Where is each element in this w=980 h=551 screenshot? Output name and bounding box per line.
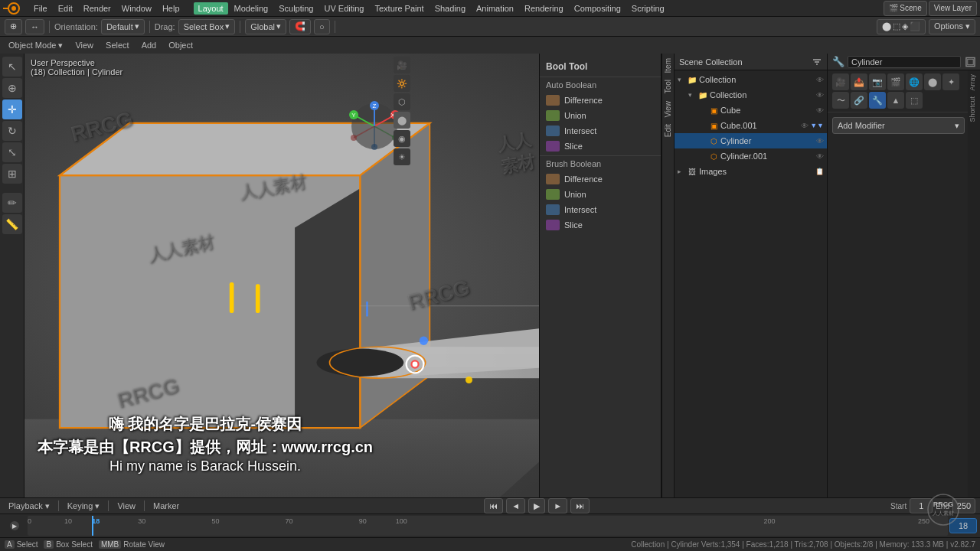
- tree-scene-collection[interactable]: ▾ 📁 Collection 👁: [675, 72, 827, 87]
- visibility-icon-2[interactable]: 👁: [801, 122, 808, 130]
- visibility-icon-0[interactable]: 👁: [816, 76, 824, 84]
- auto-slice-btn[interactable]: Slice: [540, 139, 661, 154]
- wireframe-btn[interactable]: ⬡: [394, 93, 410, 110]
- workspace-texture[interactable]: Texture Paint: [370, 2, 428, 15]
- menu-window[interactable]: Window: [117, 2, 156, 15]
- view-layer-selector[interactable]: View Layer: [929, 1, 977, 16]
- prop-object-tab[interactable]: ⬤: [924, 73, 941, 90]
- move-tool[interactable]: ✛: [2, 99, 22, 119]
- proportional-btn[interactable]: ○: [314, 19, 330, 34]
- options-btn[interactable]: Options ▾: [929, 19, 975, 34]
- workspace-scripting[interactable]: Scripting: [627, 2, 669, 15]
- tree-images[interactable]: ▸ 🖼 Images 📋: [675, 164, 827, 179]
- tool-tab[interactable]: Tool: [662, 77, 674, 96]
- move-btn[interactable]: ↔: [25, 19, 44, 34]
- orientation-dropdown[interactable]: Default ▾: [101, 19, 145, 34]
- workspace-uv[interactable]: UV Editing: [319, 2, 368, 15]
- brush-difference-btn[interactable]: Difference: [540, 171, 661, 187]
- add-modifier-button[interactable]: Add Modifier ▾: [832, 117, 965, 134]
- images-extra[interactable]: 📋: [815, 168, 824, 175]
- prop-modifier-tab[interactable]: 🔧: [869, 92, 886, 109]
- auto-difference-btn[interactable]: Difference: [540, 93, 661, 108]
- edit-tab[interactable]: Edit: [662, 121, 674, 140]
- solid-view-btn[interactable]: ⬤: [394, 112, 410, 129]
- auto-intersect-btn[interactable]: Intersect: [540, 123, 661, 139]
- menu-file[interactable]: File: [29, 2, 52, 15]
- tree-cylinder[interactable]: ▸ ⬡ Cylinder 👁: [675, 133, 827, 148]
- brush-union-btn[interactable]: Union: [540, 187, 661, 202]
- transform-gizmo-btn[interactable]: ⊕: [5, 19, 22, 34]
- view-menu[interactable]: View: [71, 40, 97, 51]
- workspace-animation[interactable]: Animation: [472, 2, 518, 15]
- menu-edit[interactable]: Edit: [54, 2, 77, 15]
- restrict-icon-2[interactable]: ▼▼: [810, 122, 824, 130]
- prop-data-tab[interactable]: ▲: [887, 92, 904, 109]
- pivot-dropdown[interactable]: Global ▾: [245, 19, 286, 34]
- add-menu[interactable]: Add: [138, 40, 161, 51]
- item-tab[interactable]: Item: [662, 55, 674, 76]
- transform-tool[interactable]: ⊞: [2, 164, 22, 184]
- select-menu[interactable]: Select: [102, 40, 133, 51]
- prev-frame-btn[interactable]: ◄: [506, 498, 525, 514]
- workspace-shading[interactable]: Shading: [430, 2, 470, 15]
- prop-physics-tab[interactable]: 〜: [832, 92, 849, 109]
- full-screen-icon[interactable]: [965, 57, 975, 67]
- render-preview-btn[interactable]: 🔆: [394, 75, 410, 92]
- workspace-modeling[interactable]: Modeling: [230, 2, 273, 15]
- visibility-icon-1[interactable]: 👁: [816, 106, 824, 115]
- cursor-tool[interactable]: ⊕: [2, 78, 22, 98]
- play-btn[interactable]: ▶: [528, 498, 545, 514]
- material-view-btn[interactable]: ◉: [394, 130, 410, 147]
- viewport[interactable]: User Perspective (18) Collection | Cylin…: [24, 54, 539, 497]
- workspace-sculpting[interactable]: Sculpting: [274, 2, 318, 15]
- tree-collection[interactable]: ▾ 📁 Collection 👁: [675, 87, 827, 103]
- jump-start-btn[interactable]: ⏮: [484, 498, 503, 514]
- tree-cube[interactable]: ▸ ▣ Cube 👁: [675, 103, 827, 118]
- playback-menu[interactable]: Playback ▾: [5, 500, 54, 512]
- tree-cube001[interactable]: ▸ ▣ Cube.001 👁 ▼▼: [675, 118, 827, 133]
- rotate-tool[interactable]: ↻: [2, 121, 22, 141]
- rendered-view-btn[interactable]: ☀: [394, 148, 410, 165]
- object-mode-dropdown[interactable]: Object Mode ▾: [5, 40, 67, 51]
- prop-particles-tab[interactable]: ✦: [942, 73, 959, 90]
- prop-view-layer-tab[interactable]: 📷: [869, 73, 886, 90]
- workspace-layout[interactable]: Layout: [194, 2, 228, 15]
- view-menu[interactable]: View: [113, 500, 139, 511]
- workspace-rendering[interactable]: Rendering: [520, 2, 568, 15]
- prop-constraints-tab[interactable]: 🔗: [851, 92, 867, 109]
- drag-dropdown[interactable]: Select Box ▾: [178, 19, 236, 34]
- prop-material-tab[interactable]: ⬚: [906, 92, 923, 109]
- annotate-tool[interactable]: ✏: [2, 193, 22, 213]
- visibility-icon-3[interactable]: 👁: [816, 137, 824, 145]
- scene-selector[interactable]: 🎬 Scene: [884, 1, 926, 16]
- view-tab[interactable]: View: [662, 98, 674, 121]
- prop-tab-2[interactable]: Shortcut: [968, 94, 980, 125]
- menu-render[interactable]: Render: [79, 2, 116, 15]
- measure-tool[interactable]: 📏: [2, 214, 22, 234]
- prop-render-tab[interactable]: 🎥: [832, 73, 849, 90]
- brush-slice-btn[interactable]: Slice: [540, 217, 661, 233]
- scale-tool[interactable]: ⤡: [2, 142, 22, 162]
- camera-view-btn[interactable]: 🎥: [394, 57, 410, 73]
- marker-menu[interactable]: Marker: [149, 500, 183, 511]
- tree-cylinder001[interactable]: ▸ ⬡ Cylinder.001 👁: [675, 148, 827, 164]
- snap-btn[interactable]: 🧲: [289, 19, 311, 34]
- select-tool[interactable]: ↖: [2, 57, 22, 77]
- visibility-icon-c[interactable]: 👁: [816, 91, 824, 99]
- prop-output-tab[interactable]: 📤: [851, 73, 867, 90]
- keying-menu[interactable]: Keying ▾: [64, 500, 104, 512]
- prop-tab-1[interactable]: Array: [968, 72, 980, 93]
- workspace-compositing[interactable]: Compositing: [570, 2, 626, 15]
- brush-intersect-btn[interactable]: Intersect: [540, 202, 661, 217]
- menu-help[interactable]: Help: [158, 2, 185, 15]
- prop-world-tab[interactable]: 🌐: [906, 73, 923, 90]
- next-frame-btn[interactable]: ►: [548, 498, 567, 514]
- viewport-shading-btns[interactable]: ⬤⬚◈⬛: [877, 19, 926, 34]
- auto-union-btn[interactable]: Union: [540, 108, 661, 123]
- timeline-ruler[interactable]: 0 10 18 30 50 70 90 100 200 250: [28, 516, 948, 536]
- prop-scene-tab[interactable]: 🎬: [887, 73, 904, 90]
- visibility-icon-4[interactable]: 👁: [816, 152, 824, 161]
- object-name-input[interactable]: [848, 56, 961, 68]
- jump-end-btn[interactable]: ⏭: [570, 498, 590, 514]
- object-menu[interactable]: Object: [165, 40, 197, 51]
